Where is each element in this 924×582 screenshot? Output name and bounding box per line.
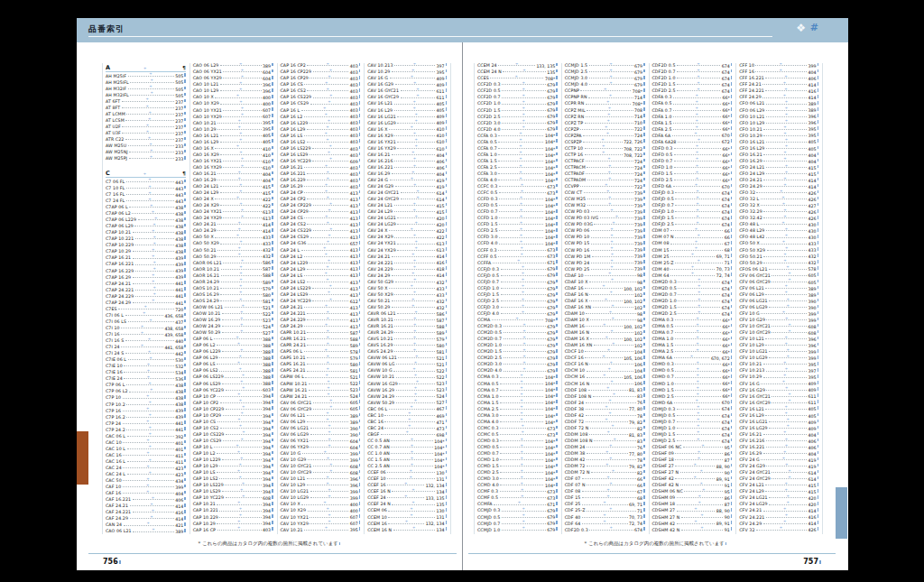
page-ref[interactable]: 578 <box>350 350 360 355</box>
page-ref[interactable]: 395 <box>263 121 273 125</box>
page-ref[interactable]: 66* <box>722 102 732 106</box>
page-ref[interactable]: 610 <box>437 140 447 144</box>
page-ref[interactable]: 403 <box>350 153 360 158</box>
page-ref[interactable]: 409 <box>808 427 818 431</box>
page-ref[interactable]: 79, 82 <box>629 420 644 425</box>
page-ref[interactable]: 403 <box>350 77 360 81</box>
page-ref[interactable]: 237 <box>175 119 185 124</box>
page-ref[interactable]: 674 <box>722 83 732 88</box>
page-ref[interactable]: 522 <box>437 369 447 374</box>
page-ref[interactable]: 131 <box>437 515 447 520</box>
page-ref[interactable]: 233 <box>175 157 185 162</box>
page-ref[interactable]: 399 <box>350 490 360 494</box>
page-ref[interactable]: 438 <box>175 250 185 254</box>
page-ref[interactable]: 403 <box>350 179 360 183</box>
page-ref[interactable]: 403 <box>350 96 360 100</box>
page-ref[interactable]: 405 <box>808 407 818 411</box>
page-ref[interactable]: 426 <box>808 217 818 221</box>
page-ref[interactable]: 133, 135 <box>426 496 447 501</box>
page-ref[interactable]: 420 <box>808 503 818 507</box>
page-ref[interactable]: 432 <box>437 300 447 304</box>
page-ref[interactable]: 403 <box>350 121 360 125</box>
page-ref[interactable]: 390 <box>808 300 818 304</box>
page-ref[interactable]: 587 <box>437 319 447 323</box>
page-ref[interactable]: 432 <box>437 306 447 310</box>
page-ref[interactable]: 708* <box>633 102 645 106</box>
page-ref[interactable]: 532 <box>175 365 185 369</box>
page-ref[interactable]: 411 <box>175 460 185 465</box>
page-ref[interactable]: 396 <box>263 89 273 94</box>
page-ref[interactable]: 388 <box>263 375 273 380</box>
page-ref[interactable]: 679 <box>547 102 557 106</box>
page-ref[interactable]: 467 <box>437 407 447 411</box>
page-ref[interactable]: 473 <box>437 427 447 431</box>
page-ref[interactable]: 413 <box>350 191 360 196</box>
page-ref[interactable]: 674 <box>722 293 732 298</box>
page-ref[interactable]: 403 <box>350 102 360 106</box>
page-ref[interactable]: 82 <box>637 427 644 431</box>
page-ref[interactable]: 674 <box>722 77 732 81</box>
page-ref[interactable]: 397 <box>437 64 447 69</box>
page-ref[interactable]: 581 <box>437 350 447 355</box>
page-ref[interactable]: 679 <box>547 344 557 348</box>
page-ref[interactable]: 588 <box>437 325 447 329</box>
page-ref[interactable]: 739 <box>634 267 644 272</box>
page-ref[interactable]: 438 <box>175 218 185 223</box>
page-ref[interactable]: 674 <box>722 427 732 431</box>
page-ref[interactable]: 679 <box>547 300 557 304</box>
page-ref[interactable]: 104* <box>545 388 558 393</box>
page-ref[interactable]: 674 <box>722 64 732 69</box>
page-ref[interactable]: 589 <box>263 281 273 285</box>
page-ref[interactable]: 674 <box>722 191 732 196</box>
page-ref[interactable]: 394 <box>263 414 273 419</box>
page-ref[interactable]: 674 <box>722 420 732 425</box>
page-ref[interactable]: 66* <box>722 363 732 367</box>
page-ref[interactable]: 72, 74 <box>629 522 644 526</box>
page-ref[interactable]: 605 <box>350 401 360 405</box>
page-ref[interactable]: 414 <box>808 83 818 88</box>
page-ref[interactable]: 394 <box>263 471 273 476</box>
page-ref[interactable]: 90 <box>725 515 732 520</box>
page-ref[interactable]: 438 <box>175 225 185 229</box>
page-ref[interactable]: 739 <box>634 191 644 196</box>
page-ref[interactable]: 439, 658 <box>164 333 185 337</box>
page-ref[interactable]: 524 <box>437 394 447 399</box>
page-ref[interactable]: 432 <box>808 254 818 259</box>
page-ref[interactable]: 438 <box>175 206 185 210</box>
page-ref[interactable]: 76 <box>637 401 644 405</box>
page-ref[interactable]: 438, 658 <box>164 327 185 331</box>
page-ref[interactable]: 104* <box>545 242 558 246</box>
page-ref[interactable]: 426 <box>808 198 818 202</box>
page-ref[interactable]: 404 <box>808 433 818 438</box>
page-ref[interactable]: 588 <box>263 273 273 278</box>
page-ref[interactable]: 66* <box>722 115 732 119</box>
page-ref[interactable]: 605 <box>808 281 818 285</box>
page-ref[interactable]: 390 <box>350 427 360 431</box>
page-ref[interactable]: 237 <box>175 106 185 111</box>
page-ref[interactable]: 413 <box>350 223 360 227</box>
page-ref[interactable]: 388 <box>263 382 273 386</box>
page-ref[interactable]: 419 <box>808 458 818 463</box>
page-ref[interactable]: 390 <box>350 433 360 438</box>
page-ref[interactable]: 671 <box>547 261 557 265</box>
page-ref[interactable]: 527 <box>437 401 447 405</box>
page-ref[interactable]: 72, 74 <box>716 273 732 278</box>
page-ref[interactable]: 722, 726 <box>624 140 644 144</box>
page-ref[interactable]: 399 <box>808 356 818 361</box>
page-ref[interactable]: 421 <box>175 523 185 528</box>
page-ref[interactable]: 66* <box>722 375 732 380</box>
page-ref[interactable]: 679 <box>547 331 557 336</box>
page-ref[interactable]: 104* <box>434 439 447 444</box>
page-ref[interactable]: 104* <box>434 452 447 457</box>
page-ref[interactable]: 604 <box>263 70 273 75</box>
page-ref[interactable]: 409 <box>437 121 447 125</box>
page-ref[interactable]: 611 <box>437 89 447 94</box>
page-ref[interactable]: 671 <box>547 503 557 507</box>
page-ref[interactable]: 131 <box>437 477 447 482</box>
page-ref[interactable]: 674 <box>722 407 732 411</box>
page-ref[interactable]: 394 <box>263 433 273 438</box>
page-ref[interactable]: 104* <box>545 414 558 419</box>
page-ref[interactable]: 679 <box>547 121 557 125</box>
page-ref[interactable]: 523 <box>263 319 273 323</box>
page-ref[interactable]: 405 <box>808 140 818 144</box>
